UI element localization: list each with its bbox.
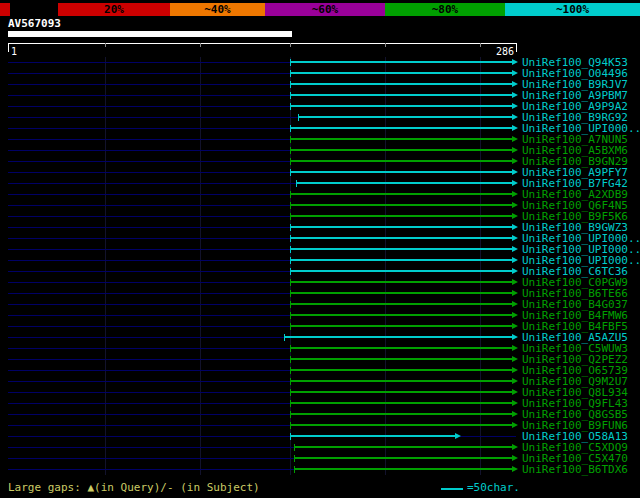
- alignment-bar[interactable]: [290, 435, 455, 437]
- scale-legend-line: [441, 488, 463, 490]
- alignment-bar[interactable]: [290, 248, 512, 250]
- alignment-bar[interactable]: [290, 413, 512, 415]
- arrow-right-icon: [512, 290, 518, 296]
- large-gaps-note: Large gaps: ▲(in Query)/- (in Subject): [8, 481, 260, 494]
- alignments-plot: UniRef100_Q94K53UniRef100_O04496UniRef10…: [0, 57, 640, 475]
- scale-segment: ~80%: [385, 3, 505, 16]
- alignment-start-cap: [290, 411, 291, 418]
- arrow-right-icon: [512, 81, 518, 87]
- ruler-tick-end: [516, 43, 517, 52]
- alignment-bar[interactable]: [294, 457, 512, 459]
- alignment-start-cap: [284, 334, 285, 341]
- alignment-bar[interactable]: [290, 204, 512, 206]
- scale-segment-label: ~100%: [556, 3, 589, 16]
- alignment-bar[interactable]: [294, 446, 512, 448]
- alignment-start-cap: [290, 268, 291, 275]
- alignment-start-cap: [290, 389, 291, 396]
- alignment-bar[interactable]: [290, 391, 512, 393]
- alignment-bar[interactable]: [290, 358, 512, 360]
- alignment-bar[interactable]: [290, 193, 512, 195]
- alignment-start-cap: [290, 235, 291, 242]
- alignment-bar[interactable]: [290, 149, 512, 151]
- alignment-start-cap: [290, 202, 291, 209]
- alignment-start-cap: [290, 323, 291, 330]
- alignment-bar[interactable]: [290, 259, 512, 261]
- alignment-bar[interactable]: [290, 424, 512, 426]
- arrow-right-icon: [512, 158, 518, 164]
- arrow-right-icon: [512, 444, 518, 450]
- blast-graphic-overview: 20%~40%~60%~80%~100% AV567093 1 286 UniR…: [0, 0, 640, 498]
- alignment-bar[interactable]: [290, 380, 512, 382]
- arrow-right-icon: [512, 367, 518, 373]
- arrow-right-icon: [512, 345, 518, 351]
- arrow-right-icon: [512, 334, 518, 340]
- ruler-end-label: 286: [496, 46, 514, 57]
- alignment-start-cap: [290, 290, 291, 297]
- alignment-bar[interactable]: [290, 61, 512, 63]
- alignment-start-cap: [290, 224, 291, 231]
- alignment-bar[interactable]: [294, 468, 512, 470]
- alignment-bar[interactable]: [290, 127, 512, 129]
- ruler-tick-minor: [200, 43, 201, 47]
- alignment-bar[interactable]: [290, 105, 512, 107]
- alignment-start-cap: [290, 136, 291, 143]
- alignment-bar[interactable]: [290, 237, 512, 239]
- alignment-bar[interactable]: [290, 94, 512, 96]
- alignment-bar[interactable]: [290, 325, 512, 327]
- arrow-right-icon: [512, 466, 518, 472]
- arrow-right-icon: [512, 191, 518, 197]
- scale-segment-label: 20%: [104, 3, 124, 16]
- alignment-row: UniRef100_B6TDX6: [0, 464, 640, 475]
- alignment-bar[interactable]: [290, 72, 512, 74]
- arrow-right-icon: [512, 180, 518, 186]
- ruler-tick-minor: [290, 43, 291, 47]
- ruler-tick-start: [8, 43, 9, 52]
- alignment-bar[interactable]: [290, 215, 512, 217]
- alignment-bar[interactable]: [290, 83, 512, 85]
- alignment-start-cap: [290, 301, 291, 308]
- ruler-line: [8, 43, 517, 44]
- scale-segment: [10, 3, 58, 16]
- alignment-bar[interactable]: [290, 292, 512, 294]
- arrow-right-icon: [512, 378, 518, 384]
- alignment-bar[interactable]: [284, 336, 512, 338]
- ruler-tick-minor: [385, 43, 386, 47]
- alignment-start-cap: [298, 114, 299, 121]
- ruler-tick-minor: [480, 43, 481, 47]
- arrow-right-icon: [455, 433, 461, 439]
- alignment-bar[interactable]: [290, 314, 512, 316]
- alignment-start-cap: [290, 312, 291, 319]
- alignment-start-cap: [290, 81, 291, 88]
- alignment-bar[interactable]: [290, 281, 512, 283]
- alignment-start-cap: [294, 455, 295, 462]
- arrow-right-icon: [512, 389, 518, 395]
- alignment-start-cap: [294, 444, 295, 451]
- alignment-bar[interactable]: [290, 303, 512, 305]
- alignment-bar[interactable]: [290, 402, 512, 404]
- alignment-bar[interactable]: [290, 138, 512, 140]
- alignment-start-cap: [290, 147, 291, 154]
- alignment-start-cap: [290, 257, 291, 264]
- alignment-start-cap: [290, 356, 291, 363]
- query-bar: [8, 31, 292, 37]
- arrow-right-icon: [512, 169, 518, 175]
- arrow-right-icon: [512, 92, 518, 98]
- alignment-bar[interactable]: [296, 182, 512, 184]
- alignment-bar[interactable]: [290, 171, 512, 173]
- alignment-start-cap: [290, 345, 291, 352]
- arrow-right-icon: [512, 268, 518, 274]
- hit-label[interactable]: UniRef100_B6TDX6: [522, 464, 628, 475]
- alignment-bar[interactable]: [290, 270, 512, 272]
- alignment-bar[interactable]: [290, 226, 512, 228]
- alignment-bar[interactable]: [298, 116, 512, 118]
- alignment-start-cap: [290, 59, 291, 66]
- scale-segment: ~100%: [505, 3, 640, 16]
- alignment-bar[interactable]: [290, 369, 512, 371]
- alignment-start-cap: [290, 433, 291, 440]
- alignment-bar[interactable]: [290, 347, 512, 349]
- scale-legend-label: =50char.: [467, 481, 520, 494]
- arrow-right-icon: [512, 356, 518, 362]
- scale-segment: ~60%: [265, 3, 385, 16]
- alignment-start-cap: [290, 169, 291, 176]
- alignment-bar[interactable]: [290, 160, 512, 162]
